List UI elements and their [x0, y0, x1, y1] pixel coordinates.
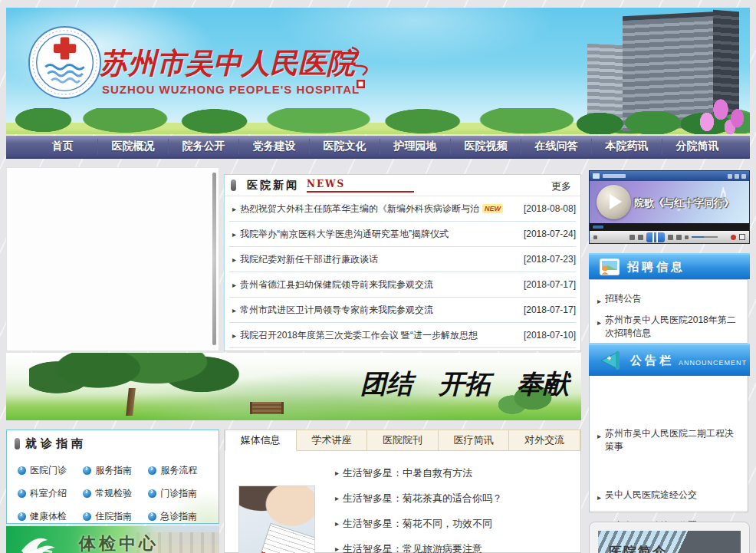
- arrow-bullet-icon: ▸: [232, 331, 236, 340]
- media-article-link[interactable]: ▸生活智多星：菊花茶真的适合你吗？: [332, 486, 580, 511]
- announcement-title: 公告栏: [630, 354, 674, 368]
- news-row[interactable]: ▸ 我院召开2018年度第三次党委工作会议 暨“进一步解放思想 [2018-07…: [229, 323, 576, 348]
- window-buttons: [728, 174, 746, 179]
- tab-journal[interactable]: 医院院刊: [367, 430, 439, 451]
- pause-button[interactable]: [646, 232, 665, 242]
- guide-item-outpatient[interactable]: 医院门诊: [18, 459, 83, 482]
- hospital-slogan: 团结 开拓 奉献: [360, 367, 569, 402]
- arrow-bullet-icon: ▸: [232, 255, 236, 264]
- news-row[interactable]: ▸ 热烈祝贺大外科主任陈革华主编的《新编外科疾病诊断与治 NEW [2018-0…: [229, 196, 576, 222]
- tab-lectures[interactable]: 学术讲座: [297, 430, 368, 451]
- media-article-link[interactable]: ▸生活智多星：中暑自救有方法: [332, 460, 580, 486]
- guide-item-health-checkup[interactable]: 健康体检: [18, 505, 83, 528]
- close-icon[interactable]: [741, 174, 746, 179]
- checkup-center-label: 体检中心: [79, 532, 159, 553]
- nav-item-branch[interactable]: 分院简讯: [662, 140, 732, 153]
- news-date: [2018-07-17]: [524, 304, 576, 315]
- recruitment-title: 招聘信息: [627, 260, 685, 275]
- player-controls: [590, 231, 749, 243]
- media-article-photo: [238, 486, 315, 553]
- news-row[interactable]: ▸ 贵州省德江县妇幼保健院领导前来我院参观交流 [2018-07-17]: [229, 272, 576, 298]
- volume-icon[interactable]: [685, 235, 689, 239]
- news-title: 医院新闻: [247, 179, 299, 193]
- hospital-intro-card[interactable]: 医院简介: [589, 522, 750, 553]
- news-row[interactable]: ▸ 我院纪委对新任干部进行廉政谈话 [2018-07-23]: [229, 247, 576, 272]
- media-info-panel: 媒体信息 学术讲座 医院院刊 医疗简讯 对外交流 ▸生活智多星：中暑自救有方法 …: [224, 430, 581, 553]
- arrow-bullet-icon: ▸: [597, 295, 601, 308]
- minimize-icon[interactable]: [728, 174, 732, 179]
- nav-item-nursing[interactable]: 护理园地: [380, 140, 450, 153]
- record-icon[interactable]: [731, 235, 736, 240]
- news-date: [2018-07-23]: [524, 254, 576, 265]
- arrow-bullet-icon: ▸: [597, 316, 601, 340]
- video-player: ♪ ♫ 院歌《与红十字同行》: [589, 170, 750, 244]
- guide-item-inpatient-guide[interactable]: 住院指南: [83, 505, 148, 528]
- section-marker-icon: [15, 438, 20, 449]
- player-caption: 院歌《与红十字同行》: [634, 196, 734, 210]
- photo-slider-placeholder[interactable]: [6, 167, 219, 351]
- open-file-icon[interactable]: [676, 235, 682, 240]
- prev-icon[interactable]: [638, 235, 643, 240]
- announcement-subtitle: ANNOUNCEMENT: [679, 359, 747, 367]
- nav-item-culture[interactable]: 医院文化: [310, 140, 380, 153]
- media-article-link[interactable]: ▸生活智多星：菊花不同，功效不同: [332, 511, 580, 536]
- arrow-bullet-icon: [18, 512, 26, 521]
- recruitment-link[interactable]: ▸ 苏州市吴中人民医院2018年第二次招聘信息: [590, 311, 748, 343]
- media-article-link[interactable]: ▸生活智多星：常见旅游病要注意: [332, 536, 580, 553]
- arrow-bullet-icon: [83, 512, 91, 521]
- arrow-bullet-icon: ▸: [335, 469, 339, 477]
- arrow-bullet-icon: [148, 512, 156, 521]
- news-row[interactable]: ▸ 我院举办“南京医科大学医患沟通研究基地”揭牌仪式 [2018-07-24]: [229, 222, 576, 247]
- play-button[interactable]: [597, 185, 631, 219]
- arrow-bullet-icon: ▸: [232, 230, 236, 239]
- arrow-bullet-icon: [18, 489, 26, 498]
- nav-item-party[interactable]: 党务建设: [239, 140, 309, 153]
- arrow-bullet-icon: ▸: [232, 306, 236, 314]
- bird-icon: [15, 528, 64, 553]
- guide-item-service-flow[interactable]: 服务流程: [148, 459, 213, 482]
- guide-item-routine-tests[interactable]: 常规检验: [83, 482, 148, 505]
- news-row[interactable]: ▸ 常州市武进区卫计局领导专家前来我院参观交流 [2018-07-17]: [229, 298, 576, 323]
- recruitment-panel: ▸ 招聘公告 ▸ 苏州市吴中人民医院2018年第二次招聘信息: [589, 279, 748, 344]
- announcement-link[interactable]: ▸ 吴中人民医院途经公交: [590, 486, 748, 507]
- guide-item-service-guide[interactable]: 服务指南: [83, 459, 148, 482]
- nav-item-pharmacy[interactable]: 本院药讯: [592, 140, 662, 153]
- tab-media-info[interactable]: 媒体信息: [225, 430, 297, 451]
- guide-item-outpatient-guide[interactable]: 门诊指南: [148, 482, 213, 505]
- news-date: [2018-08-08]: [524, 203, 576, 214]
- hospital-building-photo: [581, 8, 750, 134]
- nav-item-overview[interactable]: 医院概况: [98, 140, 168, 153]
- nav-item-qa[interactable]: 在线问答: [521, 140, 591, 153]
- nav-item-affairs[interactable]: 院务公开: [169, 140, 238, 153]
- tab-exchange[interactable]: 对外交流: [509, 430, 580, 451]
- recruitment-icon: [600, 258, 620, 275]
- hospital-intro-label: 医院简介: [609, 543, 667, 553]
- visit-guide-grid: 医院门诊 服务指南 服务流程 科室介绍 常规检验 门诊指南 健康体检 住院指南 …: [7, 451, 219, 528]
- nav-item-video[interactable]: 医院视频: [451, 140, 521, 153]
- tab-medical-briefs[interactable]: 医疗简讯: [439, 430, 510, 451]
- announcement-link[interactable]: ▸ 苏州市吴中人民医院二期工程决策事: [590, 424, 748, 456]
- visit-guide-title: 就诊指南: [25, 436, 87, 451]
- maximize-icon[interactable]: [735, 174, 739, 179]
- stop-icon[interactable]: [629, 235, 635, 240]
- arrow-bullet-icon: ▸: [232, 205, 236, 213]
- nav-item-home[interactable]: 首页: [28, 140, 97, 153]
- fullscreen-icon[interactable]: [739, 234, 745, 240]
- next-icon[interactable]: [668, 235, 673, 240]
- recruitment-header: 招聘信息: [589, 253, 750, 279]
- volume-slider[interactable]: [692, 236, 718, 238]
- recruitment-link[interactable]: ▸ 招聘公告: [590, 289, 748, 311]
- new-badge: NEW: [482, 204, 503, 213]
- arrow-bullet-icon: [83, 489, 91, 498]
- menu-icon[interactable]: [593, 235, 597, 239]
- arrow-bullet-icon: [148, 489, 156, 498]
- guide-item-departments[interactable]: 科室介绍: [18, 482, 83, 505]
- guide-item-emergency-guide[interactable]: 急诊指南: [148, 505, 213, 528]
- news-more-link[interactable]: 更多: [551, 179, 571, 193]
- news-title-en: NEWS: [307, 179, 414, 193]
- checkup-center-banner[interactable]: 体检中心: [6, 526, 219, 553]
- slogan-banner: 团结 开拓 奉献: [6, 353, 581, 420]
- hospital-title-en: SUZHOU WUZHONG PEOPLE'S HOSPITAL: [102, 83, 360, 96]
- section-marker-icon: [231, 179, 236, 191]
- arrow-bullet-icon: ▸: [232, 281, 236, 289]
